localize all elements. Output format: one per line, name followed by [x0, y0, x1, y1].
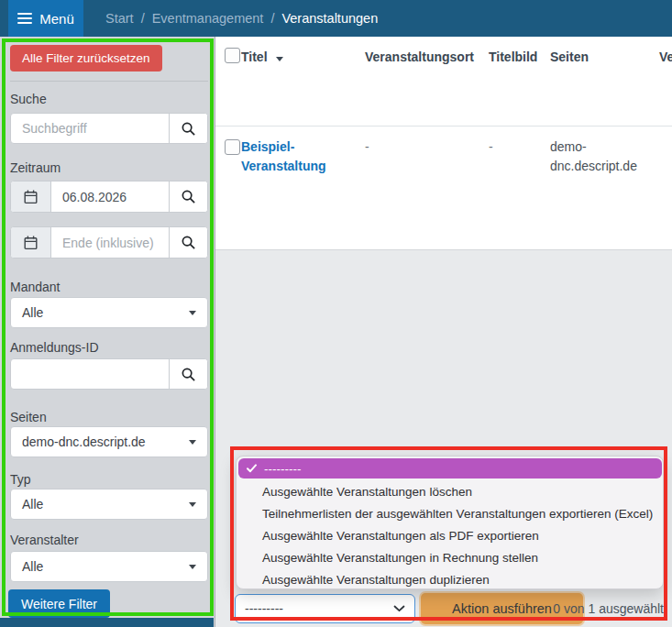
column-header-veranstaltungsort[interactable]: Veranstaltungsort	[365, 50, 474, 64]
divider	[215, 126, 672, 126]
date-start-group	[10, 181, 208, 213]
search-label: Suche	[10, 92, 208, 106]
anmeldungs-id-input[interactable]	[11, 359, 169, 389]
action-select[interactable]: ---------	[235, 594, 415, 623]
menu-label: Menü	[39, 11, 74, 27]
seiten-select[interactable]: demo-dnc.descript.de	[10, 426, 208, 457]
breadcrumb-separator: /	[141, 11, 145, 26]
dropdown-option-export-excel[interactable]: Teilnehmerlisten der ausgewählten Verans…	[237, 502, 665, 524]
calendar-icon	[11, 182, 51, 212]
veranstalter-select[interactable]: Alle	[10, 551, 208, 582]
chevron-down-icon	[189, 311, 196, 315]
reset-filters-button[interactable]: Alle Filter zurücksetzen	[10, 45, 162, 72]
selection-status: 0 von 1 ausgewählt	[553, 601, 664, 616]
date-start-search-button[interactable]	[169, 182, 207, 212]
search-input-group	[10, 113, 208, 144]
dropdown-option-export-pdf[interactable]: Ausgewählte Veranstaltungen als PDF expo…	[237, 524, 665, 546]
mandant-select[interactable]: Alle	[10, 297, 208, 328]
chevron-down-icon	[189, 565, 196, 569]
typ-label: Typ	[10, 472, 208, 487]
dropdown-option-invoice[interactable]: Ausgewählte Veranstaltungen in Rechnung …	[237, 546, 665, 568]
search-icon	[181, 367, 196, 382]
date-end-group	[10, 226, 208, 258]
search-icon	[181, 121, 196, 137]
anmeldungs-id-search-button[interactable]	[169, 359, 207, 389]
cell-titelbild: -	[489, 138, 493, 157]
filter-sidebar: Alle Filter zurücksetzen Suche Zeitraum	[0, 37, 215, 627]
breadcrumb-start[interactable]: Start	[105, 11, 134, 26]
date-end-search-button[interactable]	[169, 227, 207, 258]
chevron-down-icon	[189, 440, 196, 445]
top-navbar: Menü Start / Eventmanagement / Veranstal…	[0, 0, 672, 37]
date-start-input[interactable]	[51, 182, 169, 212]
more-filters-button[interactable]: Weitere Filter	[8, 589, 110, 618]
dropdown-option-selected[interactable]: ---------	[238, 458, 662, 478]
mandant-label: Mandant	[10, 280, 208, 294]
column-header-seiten[interactable]: Seiten	[550, 50, 589, 64]
date-end-input[interactable]	[51, 227, 169, 258]
calendar-icon	[11, 227, 51, 258]
hamburger-icon	[17, 13, 32, 24]
events-table: Titel Veranstaltungsort Titelbild Seiten…	[215, 37, 672, 250]
typ-select[interactable]: Alle	[10, 489, 208, 520]
checkmark-icon	[247, 464, 257, 473]
menu-button[interactable]: Menü	[8, 0, 83, 37]
search-submit-button[interactable]	[169, 114, 207, 143]
search-icon	[181, 189, 196, 204]
zeitraum-label: Zeitraum	[10, 160, 208, 175]
veranstalter-label: Veranstalter	[10, 533, 208, 547]
breadcrumb-eventmanagement[interactable]: Eventmanagement	[152, 11, 264, 26]
event-title-link[interactable]: Beispiel-Veranstaltung	[241, 138, 353, 176]
anmeldungs-id-group	[10, 358, 208, 390]
dropdown-option-duplicate[interactable]: Ausgewählte Veranstaltungen duplizieren	[237, 568, 665, 590]
chevron-down-icon	[393, 605, 405, 612]
dropdown-option-delete[interactable]: Ausgewählte Veranstaltungen löschen	[237, 480, 665, 502]
veranstalter-select-value: Alle	[22, 559, 43, 574]
column-header-titel[interactable]: Titel	[241, 50, 283, 64]
typ-select-value: Alle	[22, 497, 43, 512]
mandant-select-value: Alle	[22, 305, 43, 320]
seiten-select-value: demo-dnc.descript.de	[22, 434, 146, 449]
column-header-truncated[interactable]: Ve	[659, 50, 672, 64]
column-header-titelbild[interactable]: Titelbild	[489, 50, 537, 64]
divider	[10, 81, 208, 82]
select-all-checkbox[interactable]	[225, 48, 240, 63]
breadcrumb-separator: /	[270, 11, 274, 26]
cell-seiten: demo-dnc.descript.de	[550, 138, 653, 176]
action-select-value: ---------	[245, 601, 283, 616]
seiten-label: Seiten	[10, 410, 208, 424]
search-input[interactable]	[11, 114, 169, 143]
action-dropdown-popup: --------- Ausgewählte Veranstaltungen lö…	[236, 456, 664, 589]
footer-strip	[0, 618, 214, 627]
sort-descending-icon	[276, 57, 283, 61]
anmeldungs-id-label: Anmeldungs-ID	[10, 340, 208, 355]
cell-veranstaltungsort: -	[365, 138, 369, 157]
app: Menü Start / Eventmanagement / Veranstal…	[0, 0, 672, 627]
row-checkbox[interactable]	[225, 139, 240, 155]
breadcrumb-current: Veranstaltungen	[281, 11, 378, 26]
breadcrumb: Start / Eventmanagement / Veranstaltunge…	[105, 0, 378, 37]
search-icon	[181, 235, 196, 250]
chevron-down-icon	[189, 502, 196, 507]
